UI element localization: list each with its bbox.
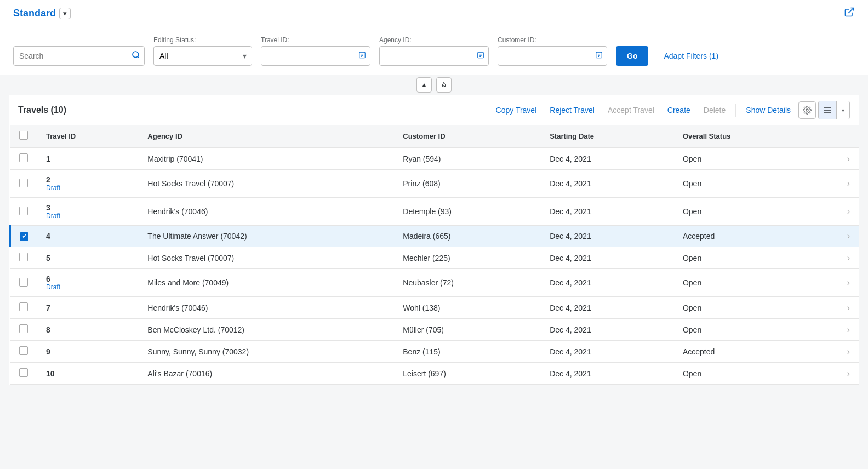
chevron-right-icon: › — [847, 207, 850, 216]
main-content: Travels (10) Copy Travel Reject Travel A… — [9, 95, 859, 385]
cell-chevron[interactable]: › — [815, 247, 859, 269]
accept-travel-button[interactable]: Accept Travel — [602, 102, 660, 118]
chevron-right-icon: › — [847, 347, 850, 356]
cell-customer-id: Benz (115) — [394, 341, 541, 363]
adapt-filters-button[interactable]: Adapt Filters (1) — [657, 46, 725, 66]
title-dropdown-button[interactable]: ▾ — [59, 8, 71, 19]
row-checkbox-cell — [10, 226, 38, 247]
cell-overall-status: Open — [674, 297, 815, 319]
customer-id-input[interactable] — [498, 46, 607, 66]
app-title-text: Standard — [13, 8, 56, 19]
travel-id-draft-label: Draft — [46, 184, 130, 192]
svg-point-15 — [806, 109, 808, 111]
travel-id-draft-label: Draft — [46, 283, 130, 291]
view-toggle-dropdown-button[interactable]: ▾ — [836, 101, 849, 119]
pin-button[interactable] — [436, 77, 452, 93]
row-checkbox[interactable] — [19, 346, 28, 355]
chevron-right-icon: › — [847, 325, 850, 334]
delete-button[interactable]: Delete — [698, 102, 731, 118]
row-checkbox[interactable] — [19, 324, 28, 333]
cell-chevron[interactable]: › — [815, 341, 859, 363]
cell-customer-id: Neubasler (72) — [394, 269, 541, 297]
table-row[interactable]: 10Ali's Bazar (70016)Leisert (697)Dec 4,… — [10, 363, 859, 385]
table-row[interactable]: 6DraftMiles and More (70049)Neubasler (7… — [10, 269, 859, 297]
col-overall-status: Overall Status — [674, 125, 815, 147]
agency-id-field: Agency ID: — [379, 36, 489, 66]
row-checkbox[interactable] — [19, 368, 28, 377]
row-checkbox[interactable] — [19, 302, 28, 311]
settings-button[interactable] — [798, 101, 816, 119]
table-header-row: Travel ID Agency ID Customer ID Starting… — [10, 125, 859, 147]
show-details-button[interactable]: Show Details — [740, 102, 796, 118]
agency-id-label: Agency ID: — [379, 36, 489, 44]
table-row[interactable]: 8Ben McCloskey Ltd. (70012)Müller (705)D… — [10, 319, 859, 341]
row-checkbox-cell — [10, 147, 38, 170]
col-actions — [815, 125, 859, 147]
cell-travel-id: 6Draft — [37, 269, 139, 297]
svg-line-0 — [848, 8, 853, 13]
row-checkbox[interactable] — [19, 179, 28, 187]
cell-chevron[interactable]: › — [815, 198, 859, 226]
copy-travel-button[interactable]: Copy Travel — [490, 102, 542, 118]
cell-chevron[interactable]: › — [815, 170, 859, 198]
cell-starting-date: Dec 4, 2021 — [541, 363, 674, 385]
collapse-up-button[interactable]: ▲ — [416, 77, 432, 93]
customer-value-help-icon[interactable] — [595, 52, 603, 61]
editing-status-select[interactable]: All Draft Open Accepted Rejected — [153, 46, 252, 66]
cell-starting-date: Dec 4, 2021 — [541, 198, 674, 226]
cell-customer-id: Prinz (608) — [394, 170, 541, 198]
cell-chevron[interactable]: › — [815, 269, 859, 297]
cell-starting-date: Dec 4, 2021 — [541, 319, 674, 341]
row-checkbox[interactable] — [19, 207, 28, 215]
cell-starting-date: Dec 4, 2021 — [541, 226, 674, 247]
col-agency-id: Agency ID — [139, 125, 394, 147]
agency-id-input[interactable] — [379, 46, 489, 66]
cell-chevron[interactable]: › — [815, 319, 859, 341]
row-checkbox[interactable] — [19, 253, 28, 261]
travels-table: Travel ID Agency ID Customer ID Starting… — [9, 125, 859, 385]
value-help-icon[interactable] — [358, 52, 366, 61]
cell-chevron[interactable]: › — [815, 226, 859, 247]
table-row[interactable]: 2DraftHot Socks Travel (70007)Prinz (608… — [10, 170, 859, 198]
cell-starting-date: Dec 4, 2021 — [541, 297, 674, 319]
table-row[interactable]: 3DraftHendrik's (70046)Detemple (93)Dec … — [10, 198, 859, 226]
cell-overall-status: Open — [674, 198, 815, 226]
toolbar-separator — [735, 104, 736, 117]
table-row[interactable]: 5Hot Socks Travel (70007)Mechler (225)De… — [10, 247, 859, 269]
table-row[interactable]: 1Maxitrip (70041)Ryan (594)Dec 4, 2021Op… — [10, 147, 859, 170]
cell-travel-id: 8 — [37, 319, 139, 341]
chevron-right-icon: › — [847, 369, 850, 378]
travel-id-field: Travel ID: — [261, 36, 370, 66]
select-all-checkbox[interactable] — [19, 131, 28, 140]
row-checkbox[interactable] — [20, 232, 28, 241]
row-checkbox[interactable] — [19, 278, 28, 287]
cell-chevron[interactable]: › — [815, 363, 859, 385]
cell-agency-id: Ben McCloskey Ltd. (70012) — [139, 319, 394, 341]
chevron-down-icon: ▾ — [63, 9, 67, 18]
cell-agency-id: Ali's Bazar (70016) — [139, 363, 394, 385]
table-row[interactable]: 4The Ultimate Answer (70042)Madeira (665… — [10, 226, 859, 247]
cell-overall-status: Accepted — [674, 341, 815, 363]
table-row[interactable]: 7Hendrik's (70046)Wohl (138)Dec 4, 2021O… — [10, 297, 859, 319]
cell-overall-status: Open — [674, 147, 815, 170]
travel-id-wrap — [261, 46, 370, 66]
search-input[interactable] — [13, 46, 145, 66]
cell-chevron[interactable]: › — [815, 147, 859, 170]
reject-travel-button[interactable]: Reject Travel — [544, 102, 600, 118]
create-button[interactable]: Create — [662, 102, 696, 118]
table-row[interactable]: 9Sunny, Sunny, Sunny (70032)Benz (115)De… — [10, 341, 859, 363]
chevron-right-icon: › — [847, 278, 850, 287]
list-view-button[interactable] — [819, 101, 836, 119]
cell-starting-date: Dec 4, 2021 — [541, 341, 674, 363]
row-checkbox[interactable] — [19, 153, 28, 162]
external-link-button[interactable] — [844, 7, 855, 20]
travel-id-input[interactable] — [261, 46, 370, 66]
cell-customer-id: Mechler (225) — [394, 247, 541, 269]
go-button[interactable]: Go — [616, 46, 648, 66]
agency-value-help-icon[interactable] — [477, 52, 484, 61]
customer-id-field: Customer ID: — [498, 36, 607, 66]
cell-travel-id: 7 — [37, 297, 139, 319]
search-button[interactable] — [132, 50, 140, 61]
collapse-bar: ▲ — [0, 75, 868, 95]
cell-chevron[interactable]: › — [815, 297, 859, 319]
